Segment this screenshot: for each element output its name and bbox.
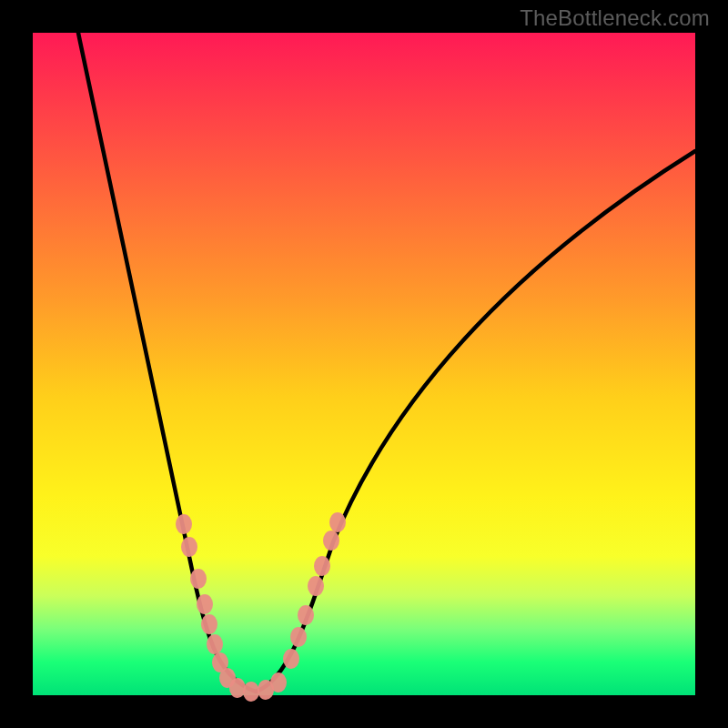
data-marker (176, 514, 192, 534)
data-marker (181, 537, 197, 557)
bottleneck-curve (78, 33, 695, 692)
data-marker (314, 556, 330, 576)
data-marker (270, 672, 287, 693)
chart-frame: TheBottleneck.com (0, 0, 728, 728)
curve-layer (33, 33, 695, 695)
data-marker (298, 605, 314, 625)
data-marker (283, 649, 299, 669)
data-marker (329, 512, 346, 532)
data-marker (197, 594, 213, 614)
data-marker (207, 634, 223, 654)
data-marker (290, 627, 307, 647)
data-marker (308, 576, 324, 596)
data-marker (323, 531, 339, 551)
watermark-text: TheBottleneck.com (520, 5, 710, 31)
data-marker (190, 569, 207, 589)
plot-area (33, 33, 695, 695)
data-marker (201, 614, 217, 634)
